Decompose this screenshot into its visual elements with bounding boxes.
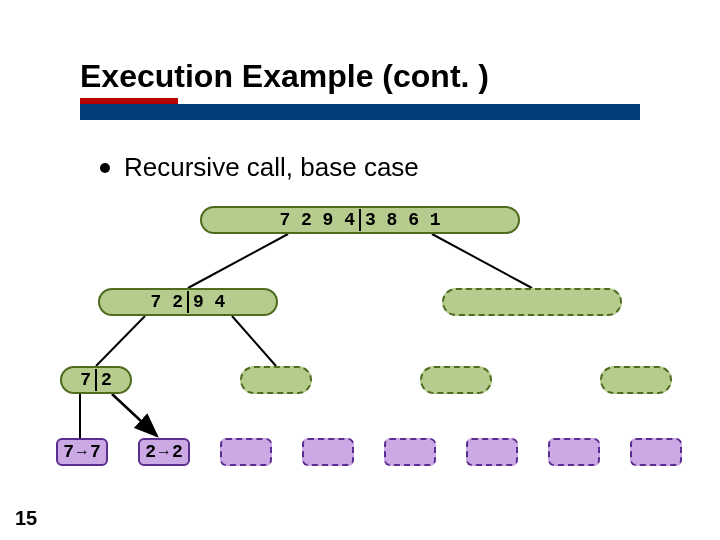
svg-line-6 <box>112 394 157 436</box>
l3-n4-placeholder <box>302 438 354 466</box>
root-divider <box>359 209 361 231</box>
l2-n1-b: 2 <box>101 370 112 390</box>
bullet-item: Recursive call, base case <box>100 152 419 183</box>
l1-left-a: 7 2 <box>151 292 183 312</box>
l3-n2-src: 2 <box>145 442 156 462</box>
svg-line-1 <box>432 234 532 288</box>
l1-left-b: 9 4 <box>193 292 225 312</box>
slide-title: Execution Example (cont. ) <box>80 58 489 95</box>
svg-line-0 <box>188 234 288 288</box>
arrow-icon: → <box>156 443 172 461</box>
l3-n5-placeholder <box>384 438 436 466</box>
l3-n2: 2 → 2 <box>138 438 190 466</box>
bullet-dot <box>100 163 110 173</box>
l2-n2-placeholder <box>240 366 312 394</box>
l3-n2-dst: 2 <box>172 442 183 462</box>
l2-n1-divider <box>95 369 97 391</box>
title-underline-red <box>80 98 178 104</box>
svg-line-2 <box>96 316 145 366</box>
page-number: 15 <box>15 507 37 530</box>
arrow-icon: → <box>74 443 90 461</box>
l3-n1: 7 → 7 <box>56 438 108 466</box>
root-right-vals: 3 8 6 1 <box>365 210 441 230</box>
title-underline-blue <box>80 104 640 120</box>
l1-left: 7 2 9 4 <box>98 288 278 316</box>
l1-right-placeholder <box>442 288 622 316</box>
l2-n1-a: 7 <box>80 370 91 390</box>
l3-n3-placeholder <box>220 438 272 466</box>
svg-line-3 <box>232 316 276 366</box>
l1-left-divider <box>187 291 189 313</box>
tree-root: 7 2 9 4 3 8 6 1 <box>200 206 520 234</box>
l3-n1-dst: 7 <box>90 442 101 462</box>
l3-n6-placeholder <box>466 438 518 466</box>
l2-n4-placeholder <box>600 366 672 394</box>
l3-n1-src: 7 <box>63 442 74 462</box>
root-left-vals: 7 2 9 4 <box>279 210 355 230</box>
l2-n3-placeholder <box>420 366 492 394</box>
l3-n8-placeholder <box>630 438 682 466</box>
l3-n7-placeholder <box>548 438 600 466</box>
bullet-text: Recursive call, base case <box>124 152 419 183</box>
l2-n1: 7 2 <box>60 366 132 394</box>
